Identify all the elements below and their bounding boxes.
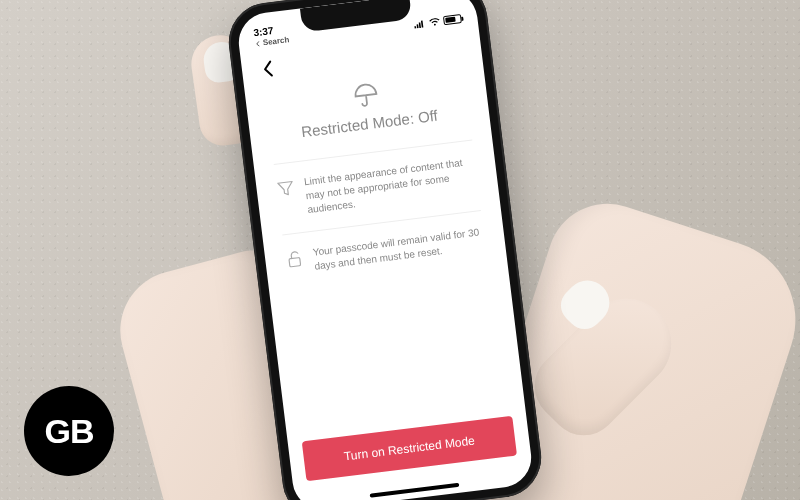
- content-area: Limit the appearance of content that may…: [254, 137, 525, 429]
- status-bar-left: 3:37 Search: [253, 23, 290, 48]
- svg-point-4: [434, 23, 436, 25]
- svg-rect-1: [416, 24, 418, 28]
- turn-on-restricted-mode-button[interactable]: Turn on Restricted Mode: [302, 416, 517, 482]
- back-button[interactable]: [255, 56, 282, 83]
- svg-rect-0: [414, 26, 416, 29]
- svg-rect-5: [289, 258, 301, 267]
- lock-icon: [284, 249, 304, 269]
- signal-icon: [413, 19, 426, 28]
- chevron-left-icon: [261, 59, 275, 78]
- svg-rect-2: [419, 22, 421, 28]
- info-text-filter: Limit the appearance of content that may…: [303, 154, 479, 217]
- umbrella-icon: [350, 80, 381, 111]
- battery-icon: [443, 14, 462, 25]
- page-title: Restricted Mode: Off: [300, 107, 438, 141]
- wifi-icon: [428, 17, 441, 26]
- svg-rect-3: [421, 20, 423, 27]
- primary-button-label: Turn on Restricted Mode: [343, 434, 475, 464]
- chevron-left-icon: [255, 40, 262, 47]
- phone-screen: 3:37 Search: [235, 0, 534, 500]
- filter-icon: [276, 179, 296, 199]
- brand-logo-text: GB: [45, 412, 94, 451]
- info-text-passcode: Your passcode will remain valid for 30 d…: [312, 225, 486, 274]
- home-indicator-bar: [370, 483, 460, 498]
- brand-logo-badge: GB: [24, 386, 114, 476]
